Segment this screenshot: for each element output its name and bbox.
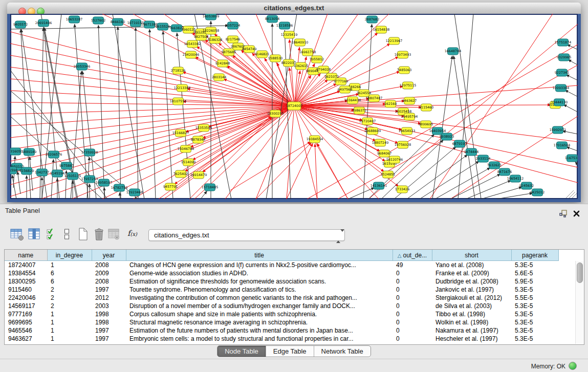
table-cell[interactable]: 5.9E-5 [511,277,558,286]
graph-node[interactable]: 13218586 [276,22,293,29]
table-cell[interactable]: 5.6E-5 [511,269,558,277]
graph-node[interactable]: 23420046 [183,51,200,58]
table-cell[interactable]: Corpus callosum shape and size in male p… [126,310,393,318]
graph-node[interactable]: 8466160 [111,18,125,26]
table-cell[interactable]: 19384554 [5,269,47,277]
show-columns-icon[interactable] [28,228,40,243]
graph-node[interactable]: 15751874 [555,39,572,46]
graph-node[interactable]: 20364436 [344,97,361,104]
node-table-grid[interactable]: namein_degreeyeartitle△out_de...shortpag… [5,250,559,343]
graph-node[interactable]: 12975115 [400,82,417,89]
graph-node[interactable]: 8813054 [265,15,279,23]
table-cell[interactable]: 6 [47,277,92,286]
graph-node[interactable]: 331590 [10,167,17,174]
graph-node[interactable]: 18724007 [286,102,303,110]
table-row[interactable]: 1830029562008Estimation of significance … [5,277,558,286]
graph-node[interactable]: 8938923 [440,133,454,140]
graph-node[interactable]: 9425012 [530,189,545,196]
graph-node[interactable]: 2718126 [171,67,185,74]
table-scrollbar[interactable] [575,261,583,344]
table-cell[interactable]: 6 [47,269,92,277]
graph-node[interactable]: 9245632 [519,182,534,189]
table-cell[interactable]: 9699695 [5,318,47,326]
graph-node[interactable]: 10958107 [96,179,113,186]
graph-node[interactable]: 2803144 [212,74,226,81]
graph-node[interactable]: 2316050 [10,148,23,155]
table-row[interactable]: 2242004622012Investigating the contribut… [5,294,558,302]
graph-node[interactable]: 9227341 [555,69,569,76]
network-view-canvas[interactable]: 1830029519384554996012589129541322605898… [10,14,578,199]
graph-node[interactable]: 9684067 [377,150,391,157]
resize-grip-icon[interactable] [566,190,577,198]
table-cell[interactable]: 2008 [92,261,126,270]
graph-node[interactable]: 16053809 [203,14,220,20]
table-cell[interactable]: Tibbo et al. (1998) [432,310,511,318]
table-row[interactable]: 946362711997Embryonic stem cells: a mode… [5,335,558,343]
table-cell[interactable]: 1 [47,310,92,318]
table-row[interactable]: 977716911998Corpus callosum shape and si… [5,310,558,318]
table-cell[interactable]: 5.3E-5 [511,318,558,326]
table-cell[interactable]: 2 [47,294,92,302]
table-cell[interactable]: 0 [393,310,432,318]
table-cell[interactable]: Franke et al. (2009) [432,269,511,277]
graph-node[interactable]: 9777169 [334,78,348,85]
table-cell[interactable]: 5.3E-5 [511,335,558,343]
table-cell[interactable]: Tourette syndrome. Phenomenology and cla… [126,286,393,294]
table-cell[interactable]: 1 [47,261,92,270]
table-cell[interactable]: 0 [393,269,432,277]
table-cell[interactable]: 18300295 [5,277,47,286]
graph-node[interactable]: 6497568 [338,86,352,93]
graph-node[interactable]: 19654923 [399,127,416,135]
table-cell[interactable]: 22420046 [5,294,47,302]
graph-node[interactable]: 9405572 [13,21,28,28]
graph-node[interactable]: 5875685 [222,49,236,56]
graph-node[interactable]: 7955812 [310,56,324,63]
column-header-short[interactable]: short [432,250,511,261]
table-cell[interactable]: 2 [47,302,92,310]
graph-node[interactable]: 1156829 [19,167,34,174]
graph-node[interactable]: 20206576 [46,151,62,158]
tab-node-table[interactable]: Node Table [217,346,266,357]
table-row[interactable]: 911546021997Tourette syndrome. Phenomeno… [5,286,558,294]
table-cell[interactable]: Disruption of a novel member of a sodium… [126,302,393,310]
graph-node[interactable]: 8357224 [226,22,240,29]
network-graph[interactable]: 1830029519384554996012589129541322605898… [10,14,578,199]
column-header-year[interactable]: year [92,250,126,261]
graph-node[interactable]: 2933114 [476,155,490,162]
table-cell[interactable]: Jankovic et al. (1997) [432,286,511,294]
table-cell[interactable]: 2003 [92,302,126,310]
table-row[interactable]: 969969511998Structural magnetic resonanc… [5,318,558,326]
graph-node[interactable]: 162160 [384,100,397,107]
table-cell[interactable]: de Silva et al. (2003) [432,302,511,310]
table-cell[interactable]: 5.3E-5 [511,302,558,310]
window-titlebar[interactable]: citations_edges.txt [7,3,581,14]
graph-node[interactable]: 15992971 [550,126,567,134]
table-cell[interactable]: Dudbridge et al. (2008) [432,277,511,286]
graph-node[interactable]: 1514099 [181,159,195,166]
table-cell[interactable]: 2008 [92,277,126,286]
graph-node[interactable]: 15353594 [195,124,212,132]
table-cell[interactable]: 5.5E-5 [511,294,558,302]
table-cell[interactable]: 0 [393,326,432,335]
table-cell[interactable]: 9115460 [5,286,47,294]
table-cell[interactable]: 2009 [92,269,126,277]
graph-node[interactable]: 7625402 [173,170,188,178]
table-cell[interactable]: 2012 [92,294,126,302]
graph-node[interactable]: 9242848 [215,60,230,67]
graph-node[interactable]: 1527602 [91,17,105,24]
table-cell[interactable]: 9465546 [5,326,47,335]
graph-node[interactable]: 9115460 [419,104,433,111]
graph-node[interactable]: 12213384 [174,84,191,92]
table-cell[interactable]: 1998 [92,318,126,326]
graph-node[interactable]: 8217546 [226,36,240,43]
table-cell[interactable]: 5.3E-5 [511,261,558,270]
table-settings-icon[interactable] [10,228,24,243]
graph-node[interactable]: 9329965 [557,54,571,61]
graph-node[interactable]: 9457791 [163,183,178,190]
graph-node[interactable]: 17359928 [81,149,98,156]
delete-table-icon[interactable] [108,228,120,243]
graph-node[interactable]: 7632621 [487,162,502,169]
graph-node[interactable]: 15720407 [359,118,376,125]
table-cell[interactable]: Genome-wide association studies in ADHD. [126,269,393,277]
column-header-out_de[interactable]: △out_de... [393,250,432,261]
